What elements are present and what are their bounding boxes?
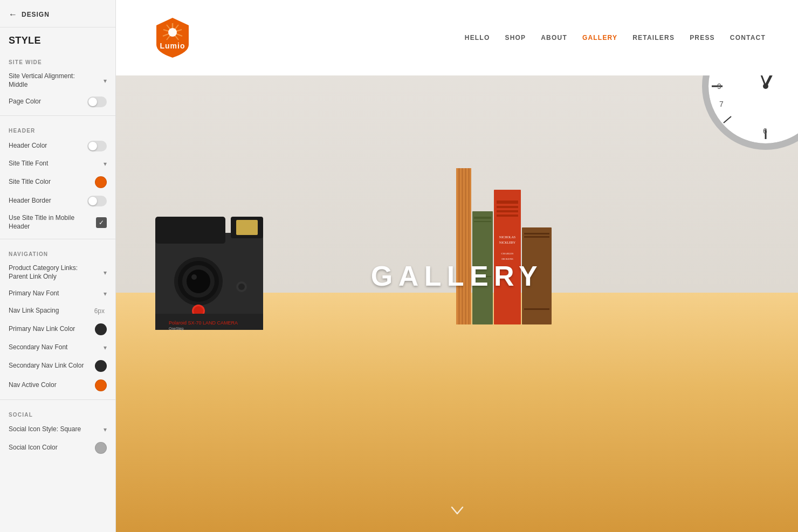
header-border-row: Header Border xyxy=(0,192,115,210)
site-navigation: HELLO SHOP ABOUT GALLERY RETAILERS PRESS… xyxy=(465,34,766,42)
chevron-down-scroll-icon xyxy=(450,503,465,518)
svg-rect-10 xyxy=(497,201,518,204)
nav-press[interactable]: PRESS xyxy=(690,34,715,42)
svg-rect-2 xyxy=(462,168,463,324)
svg-rect-6 xyxy=(474,217,491,219)
nav-active-color-dot[interactable] xyxy=(95,379,107,391)
svg-rect-23 xyxy=(155,217,225,244)
nav-hello[interactable]: HELLO xyxy=(465,34,490,42)
svg-text:Polaroid SX-70 LAND CAMERA: Polaroid SX-70 LAND CAMERA xyxy=(169,320,238,326)
site-title-color-dot[interactable] xyxy=(95,176,107,188)
svg-point-29 xyxy=(187,270,210,293)
back-label: DESIGN xyxy=(22,11,50,18)
header-border-toggle[interactable] xyxy=(87,196,107,206)
svg-rect-3 xyxy=(465,168,466,324)
secondary-nav-font-label: Secondary Nav Font xyxy=(9,343,104,352)
page-color-row: Page Color xyxy=(0,93,115,111)
svg-text:9: 9 xyxy=(717,82,721,91)
chevron-down-icon: ▾ xyxy=(104,426,107,433)
page-color-label: Page Color xyxy=(9,98,87,106)
books-scene: NICHOLAS NICKLEBY CHARLES DICKENS xyxy=(402,168,575,330)
social-icon-color-dot[interactable] xyxy=(95,442,107,454)
site-header: Lumio HELLO SHOP ABOUT GALLERY RETAILERS… xyxy=(116,0,798,75)
chevron-down-icon: ▾ xyxy=(104,77,107,85)
nav-about[interactable]: ABOUT xyxy=(541,34,567,42)
svg-text:7: 7 xyxy=(719,100,724,108)
nav-retailers[interactable]: RETAILERS xyxy=(632,34,675,42)
nav-gallery[interactable]: GALLERY xyxy=(582,34,617,42)
lumio-logo: Lumio xyxy=(148,13,197,62)
product-category-links-label: Product Category Links:Parent Link Only xyxy=(9,264,104,281)
product-category-links-row[interactable]: Product Category Links:Parent Link Only … xyxy=(0,260,115,285)
chevron-down-icon: ▾ xyxy=(104,290,107,298)
nav-contact[interactable]: CONTACT xyxy=(730,34,766,42)
secondary-nav-link-color-dot[interactable] xyxy=(95,360,107,372)
back-arrow-icon: ← xyxy=(9,10,17,19)
svg-rect-9 xyxy=(494,190,521,324)
site-title-color-label: Site Title Color xyxy=(9,178,95,186)
page-color-toggle[interactable] xyxy=(87,96,107,107)
site-title-color-row: Site Title Color xyxy=(0,172,115,192)
primary-nav-link-color-label: Primary Nav Link Color xyxy=(9,325,95,334)
gallery-overlay: GALLERY xyxy=(371,260,543,292)
svg-text:Lumio: Lumio xyxy=(160,42,185,50)
section-social: SOCIAL xyxy=(0,404,115,421)
svg-rect-12 xyxy=(497,210,518,212)
svg-rect-13 xyxy=(497,215,518,217)
svg-rect-21 xyxy=(524,308,549,310)
header-border-label: Header Border xyxy=(9,197,87,205)
social-icon-style-row[interactable]: Social Icon Style: Square ▾ xyxy=(0,421,115,438)
svg-text:6: 6 xyxy=(763,127,767,135)
svg-point-59 xyxy=(763,84,768,89)
primary-nav-font-row[interactable]: Primary Nav Font ▾ xyxy=(0,285,115,302)
primary-nav-font-label: Primary Nav Font xyxy=(9,289,104,298)
use-site-title-label: Use Site Title in Mobile Header xyxy=(9,214,96,231)
camera-scene: Polaroid SX-70 LAND CAMERA OneStep xyxy=(150,211,279,335)
svg-text:CHARLES: CHARLES xyxy=(501,252,514,255)
svg-point-34 xyxy=(238,284,245,290)
svg-text:OneStep: OneStep xyxy=(169,327,184,331)
section-site-wide: SITE WIDE xyxy=(0,52,115,68)
social-icon-color-label: Social Icon Color xyxy=(9,444,95,452)
primary-nav-link-color-dot[interactable] xyxy=(95,323,107,335)
svg-rect-20 xyxy=(524,236,549,238)
site-title-font-label: Site Title Font xyxy=(9,160,104,168)
chevron-down-icon: ▾ xyxy=(104,269,107,277)
header-color-label: Header Color xyxy=(9,142,87,150)
chevron-down-icon: ▾ xyxy=(104,160,107,168)
logo-area: Lumio xyxy=(148,13,197,62)
primary-nav-link-color-row: Primary Nav Link Color xyxy=(0,320,115,339)
section-header: HEADER xyxy=(0,120,115,137)
site-title-font-row[interactable]: Site Title Font ▾ xyxy=(0,155,115,172)
use-site-title-checkbox[interactable]: ✓ xyxy=(96,217,107,228)
preview-area: NICHOLAS NICKLEBY CHARLES DICKENS xyxy=(116,0,798,532)
secondary-nav-link-color-label: Secondary Nav Link Color xyxy=(9,362,95,370)
nav-active-color-label: Nav Active Color xyxy=(9,381,95,390)
style-panel: ← DESIGN STYLE SITE WIDE Site Vertical A… xyxy=(0,0,116,532)
scroll-indicator[interactable] xyxy=(450,503,465,521)
chevron-down-icon: ▾ xyxy=(104,344,107,351)
nav-shop[interactable]: SHOP xyxy=(505,34,526,42)
svg-rect-7 xyxy=(474,221,491,222)
gallery-title: GALLERY xyxy=(371,260,543,292)
svg-rect-11 xyxy=(497,206,518,208)
svg-text:NICKLEBY: NICKLEBY xyxy=(499,241,516,244)
panel-title: STYLE xyxy=(0,27,115,52)
social-icon-style-label: Social Icon Style: Square xyxy=(9,425,104,434)
nav-link-spacing-row: Nav Link Spacing 6px xyxy=(0,302,115,320)
nav-active-color-row: Nav Active Color xyxy=(0,376,115,395)
secondary-nav-font-row[interactable]: Secondary Nav Font ▾ xyxy=(0,339,115,356)
back-nav[interactable]: ← DESIGN xyxy=(0,0,115,27)
svg-rect-19 xyxy=(524,233,549,234)
nav-link-spacing-value: 6px xyxy=(94,307,105,315)
header-color-toggle[interactable] xyxy=(87,141,107,151)
svg-rect-4 xyxy=(468,168,470,324)
secondary-nav-link-color-row: Secondary Nav Link Color xyxy=(0,356,115,376)
svg-rect-1 xyxy=(458,168,460,324)
website-preview: NICHOLAS NICKLEBY CHARLES DICKENS xyxy=(116,0,798,532)
header-color-row: Header Color xyxy=(0,137,115,155)
social-icon-color-row: Social Icon Color xyxy=(0,438,115,458)
site-vertical-alignment-row[interactable]: Site Vertical Alignment:Middle ▾ xyxy=(0,68,115,93)
svg-point-69 xyxy=(168,28,177,37)
svg-text:NICHOLAS: NICHOLAS xyxy=(499,236,515,239)
